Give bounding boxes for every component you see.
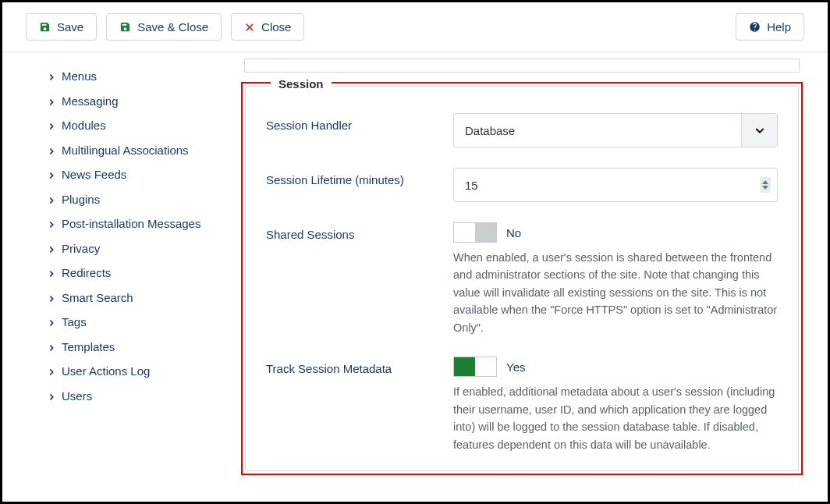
sidebar-item-label: Plugins xyxy=(62,192,100,208)
session-lifetime-input[interactable]: 15 xyxy=(453,168,778,202)
toggle-knob xyxy=(475,223,496,242)
sidebar-item-templates[interactable]: Templates xyxy=(48,335,215,360)
sidebar-item-label: Messaging xyxy=(62,94,119,109)
chevron-right-icon xyxy=(48,341,55,357)
shared-sessions-row: Shared Sessions No When enabled, a user'… xyxy=(266,222,778,336)
chevron-right-icon xyxy=(48,193,55,209)
track-session-metadata-label: Track Session Metadata xyxy=(266,357,453,375)
chevron-down-icon xyxy=(741,114,777,147)
number-spinner-icon[interactable] xyxy=(760,177,771,193)
save-icon xyxy=(39,21,51,33)
track-session-metadata-description: If enabled, additional metadata about a … xyxy=(453,383,778,453)
page-layout: Menus Messaging Modules Multilingual Ass… xyxy=(2,52,828,504)
sidebar-item-plugins[interactable]: Plugins xyxy=(48,188,215,213)
chevron-right-icon xyxy=(48,144,55,160)
session-lifetime-value: 15 xyxy=(465,179,478,192)
close-button-label: Close xyxy=(261,20,291,34)
sidebar: Menus Messaging Modules Multilingual Ass… xyxy=(2,52,229,504)
svg-marker-2 xyxy=(762,180,768,184)
shared-sessions-label: Shared Sessions xyxy=(266,222,453,241)
sidebar-item-label: Menus xyxy=(62,69,97,84)
sidebar-item-label: Modules xyxy=(62,118,106,133)
sidebar-item-label: Redirects xyxy=(62,265,111,281)
sidebar-item-messaging[interactable]: Messaging xyxy=(48,90,215,115)
fieldset-legend: Session xyxy=(271,77,332,91)
session-handler-select[interactable]: Database xyxy=(453,113,778,147)
chevron-right-icon xyxy=(48,218,55,233)
close-button[interactable]: Close xyxy=(231,13,304,41)
shared-sessions-toggle[interactable] xyxy=(453,222,497,243)
save-button[interactable]: Save xyxy=(26,13,97,41)
chevron-right-icon xyxy=(48,70,55,86)
help-button[interactable]: Help xyxy=(736,13,804,41)
save-button-label: Save xyxy=(57,20,83,34)
session-lifetime-row: Session Lifetime (minutes) 15 xyxy=(266,168,778,202)
track-session-metadata-value: Yes xyxy=(506,360,525,374)
chevron-right-icon xyxy=(48,243,55,258)
sidebar-item-label: Users xyxy=(62,389,92,404)
session-handler-value: Database xyxy=(454,124,526,137)
help-button-label: Help xyxy=(767,20,791,34)
toolbar: Save Save & Close Close Help xyxy=(2,2,828,52)
sidebar-item-label: Templates xyxy=(62,339,115,355)
sidebar-item-redirects[interactable]: Redirects xyxy=(48,261,215,286)
track-session-metadata-row: Track Session Metadata Yes If enabled, a… xyxy=(266,357,778,453)
sidebar-item-label: Privacy xyxy=(62,241,100,257)
chevron-right-icon xyxy=(48,267,55,282)
save-and-close-button-label: Save & Close xyxy=(137,20,208,34)
sidebar-item-menus[interactable]: Menus xyxy=(48,65,215,90)
chevron-right-icon xyxy=(48,365,55,381)
sidebar-item-label: Post-installation Messages xyxy=(62,216,200,232)
sidebar-item-label: User Actions Log xyxy=(62,364,150,379)
session-highlight-border: Session Session Handler Database Session… xyxy=(241,82,803,475)
sidebar-item-label: Smart Search xyxy=(62,290,133,306)
sidebar-item-smart-search[interactable]: Smart Search xyxy=(48,286,215,311)
session-handler-label: Session Handler xyxy=(266,113,453,132)
sidebar-item-multilingual-associations[interactable]: Multilingual Associations xyxy=(48,139,215,164)
sidebar-item-modules[interactable]: Modules xyxy=(48,114,215,139)
sidebar-item-privacy[interactable]: Privacy xyxy=(48,237,215,262)
chevron-right-icon xyxy=(48,316,55,332)
chevron-right-icon xyxy=(48,169,55,184)
close-icon xyxy=(244,22,255,33)
sidebar-item-post-installation-messages[interactable]: Post-installation Messages xyxy=(48,212,215,237)
sidebar-item-label: Tags xyxy=(62,314,87,330)
sidebar-item-user-actions-log[interactable]: User Actions Log xyxy=(48,360,215,385)
chevron-right-icon xyxy=(48,119,55,135)
svg-marker-3 xyxy=(762,186,768,190)
main-content: Session Session Handler Database Session… xyxy=(229,52,828,504)
previous-fieldset-bottom xyxy=(244,59,800,73)
sidebar-item-tags[interactable]: Tags xyxy=(48,311,215,335)
track-session-metadata-toggle[interactable] xyxy=(453,357,497,377)
chevron-right-icon xyxy=(48,95,55,111)
sidebar-item-users[interactable]: Users xyxy=(48,385,215,410)
save-and-close-button[interactable]: Save & Close xyxy=(106,13,222,41)
session-handler-row: Session Handler Database xyxy=(266,113,778,147)
toggle-knob xyxy=(454,357,475,376)
session-lifetime-label: Session Lifetime (minutes) xyxy=(266,168,453,186)
sidebar-item-label: Multilingual Associations xyxy=(62,143,189,158)
sidebar-item-label: News Feeds xyxy=(62,167,126,183)
chevron-right-icon xyxy=(48,390,55,406)
session-fieldset: Session Session Handler Database Session… xyxy=(245,86,799,471)
sidebar-item-news-feeds[interactable]: News Feeds xyxy=(48,163,215,188)
shared-sessions-description: When enabled, a user's session is shared… xyxy=(453,249,778,336)
chevron-right-icon xyxy=(48,292,55,307)
save-icon xyxy=(119,21,131,33)
shared-sessions-value: No xyxy=(506,226,521,240)
help-icon xyxy=(749,21,761,33)
